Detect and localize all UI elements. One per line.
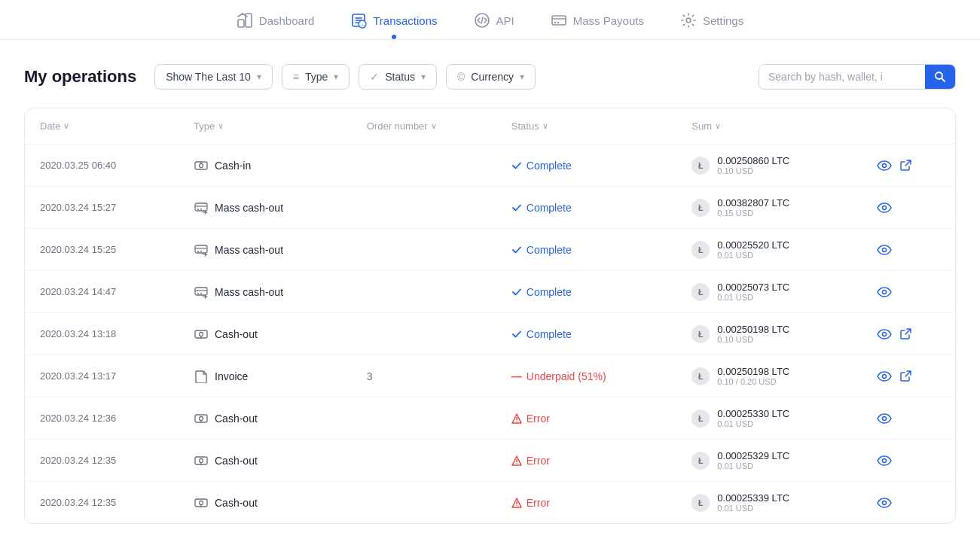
type-icon-cash-out xyxy=(194,495,209,510)
view-icon[interactable] xyxy=(877,245,892,255)
cell-date: 2020.03.24 12:36 xyxy=(25,397,179,440)
col-order-label: Order number xyxy=(367,120,428,132)
type-text: Cash-out xyxy=(215,497,258,509)
svg-point-32 xyxy=(200,293,202,294)
sum-usd: 0.01 USD xyxy=(717,293,789,302)
warning-icon xyxy=(511,498,522,508)
sum-values: 0.00382807 LTC 0.15 USD xyxy=(717,197,789,218)
col-header-date[interactable]: Date ∨ xyxy=(25,108,179,145)
svg-point-37 xyxy=(882,374,886,378)
type-icon-cash-out xyxy=(194,453,209,468)
cell-date: 2020.03.24 15:25 xyxy=(25,229,179,271)
status-dropdown[interactable]: ✓ Status ▾ xyxy=(359,64,437,90)
transactions-icon: ⋯ xyxy=(350,12,367,29)
table-card: Date ∨ Type ∨ Order numb xyxy=(24,108,956,524)
status-badge: Error xyxy=(511,413,662,425)
type-icon-mass-cash-out xyxy=(194,200,209,215)
svg-point-13 xyxy=(686,18,691,23)
cell-status: Complete xyxy=(496,313,677,355)
cell-sum: Ł 0.00250860 LTC 0.10 USD xyxy=(676,145,861,187)
type-icon-mass-cash-out xyxy=(194,285,209,300)
view-icon[interactable] xyxy=(877,329,892,339)
sum-ltc: 0.00250860 LTC xyxy=(717,155,789,166)
cell-type: Mass cash-out xyxy=(179,229,352,271)
nav-item-transactions[interactable]: ⋯ Transactions xyxy=(350,12,437,39)
view-icon[interactable] xyxy=(877,287,892,297)
svg-point-42 xyxy=(516,420,517,421)
ltc-coin-icon: Ł xyxy=(691,199,710,217)
col-header-type[interactable]: Type ∨ xyxy=(179,108,352,145)
nav-label-transactions: Transactions xyxy=(373,14,437,27)
ltc-coin-icon: Ł xyxy=(691,241,710,259)
type-text: Mass cash-out xyxy=(215,202,283,214)
col-header-sum[interactable]: Sum ∨ xyxy=(676,108,861,145)
sum-usd: 0.01 USD xyxy=(717,504,789,513)
nav-item-api[interactable]: API xyxy=(474,12,514,39)
type-dropdown[interactable]: ≡ Type ▾ xyxy=(282,64,350,90)
cell-actions xyxy=(862,229,955,271)
status-badge: Complete xyxy=(511,202,662,214)
sum-usd: 0.01 USD xyxy=(717,461,789,470)
svg-point-36 xyxy=(882,332,886,336)
type-text: Mass cash-out xyxy=(215,286,283,298)
cell-actions xyxy=(862,145,955,187)
check-icon xyxy=(511,329,522,339)
sum-values: 0.00025329 LTC 0.01 USD xyxy=(717,450,789,470)
view-icon[interactable] xyxy=(877,160,892,171)
nav-item-mass-payouts[interactable]: Mass Payouts xyxy=(551,12,644,39)
status-badge: — Underpaid (51%) xyxy=(511,370,662,382)
view-icon[interactable] xyxy=(877,371,892,382)
external-link-icon[interactable] xyxy=(899,160,911,172)
sum-usd: 0.01 USD xyxy=(717,251,789,260)
search-wrapper xyxy=(759,64,956,90)
view-icon[interactable] xyxy=(877,413,892,424)
row-actions xyxy=(877,245,940,255)
cell-sum: Ł 0.00250198 LTC 0.10 / 0.20 USD xyxy=(676,355,861,397)
type-label: Type xyxy=(305,71,328,83)
table-row: 2020.03.24 12:35 Cash-out Error Ł 0.0002… xyxy=(25,440,955,482)
cell-date: 2020.03.24 13:17 xyxy=(25,355,179,397)
status-badge: Complete xyxy=(511,244,662,256)
cell-order xyxy=(352,145,496,187)
cell-type: Cash-out xyxy=(179,482,352,524)
svg-line-15 xyxy=(942,78,945,81)
external-link-icon[interactable] xyxy=(899,328,911,340)
col-header-status[interactable]: Status ∨ xyxy=(496,108,677,145)
svg-rect-9 xyxy=(552,16,566,25)
table-body: 2020.03.25 06:40 Cash-in Complete Ł 0.00… xyxy=(25,145,955,524)
show-last-dropdown[interactable]: Show The Last 10 ▾ xyxy=(154,64,273,90)
warning-icon xyxy=(511,455,522,466)
view-icon[interactable] xyxy=(877,202,892,213)
svg-point-28 xyxy=(882,248,886,251)
type-icon-mass-cash-out xyxy=(194,242,209,257)
search-input[interactable] xyxy=(759,65,925,89)
col-header-order[interactable]: Order number ∨ xyxy=(352,108,496,145)
currency-dropdown[interactable]: © Currency ▾ xyxy=(446,64,536,90)
svg-text:⋯: ⋯ xyxy=(360,23,365,28)
svg-point-33 xyxy=(882,290,886,294)
cell-date: 2020.03.24 15:27 xyxy=(25,187,179,229)
nav-item-settings[interactable]: Settings xyxy=(680,12,743,39)
external-link-icon[interactable] xyxy=(899,370,911,382)
svg-point-55 xyxy=(882,501,886,504)
col-date-label: Date xyxy=(40,120,60,132)
cell-actions xyxy=(862,482,955,524)
chevron-down-icon-currency: ▾ xyxy=(520,72,524,82)
cell-actions xyxy=(862,187,955,229)
view-icon[interactable] xyxy=(877,498,892,508)
search-button[interactable] xyxy=(925,65,955,89)
cell-date: 2020.03.25 06:40 xyxy=(25,145,179,187)
status-badge: Error xyxy=(511,455,662,467)
sum-ltc: 0.00250198 LTC xyxy=(717,366,789,377)
table-row: 2020.03.24 12:36 Cash-out Error Ł 0.0002… xyxy=(25,397,955,440)
type-icon-cash-in xyxy=(194,158,209,173)
view-icon[interactable] xyxy=(877,455,892,466)
nav-item-dashboard[interactable]: Dashboard xyxy=(237,12,314,39)
type-text: Invoice xyxy=(215,370,248,382)
row-actions xyxy=(877,413,940,424)
cell-order xyxy=(352,313,496,355)
ltc-coin-icon: Ł xyxy=(691,452,710,470)
sum-values: 0.00250860 LTC 0.10 USD xyxy=(717,155,789,175)
col-header-actions xyxy=(862,108,955,145)
table-row: 2020.03.24 12:35 Cash-out Error Ł 0.0002… xyxy=(25,482,955,524)
